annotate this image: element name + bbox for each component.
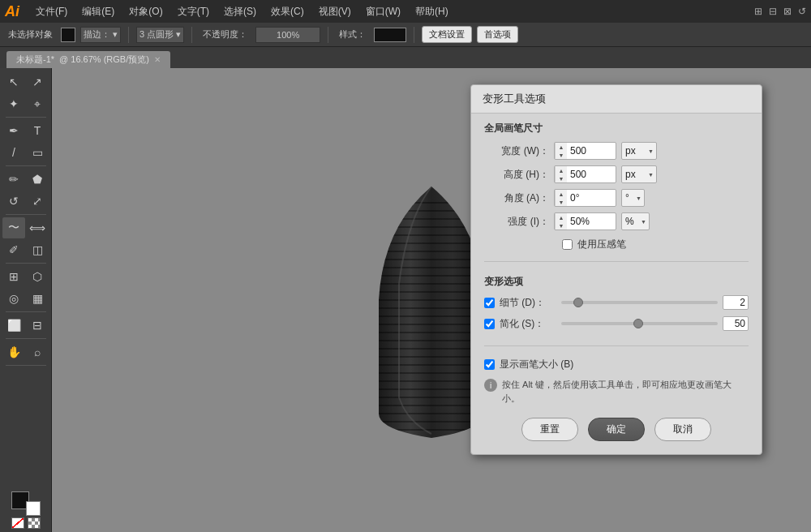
height-unit-wrap[interactable]: px pt mm (621, 165, 657, 183)
gradient-tool[interactable]: ◫ (26, 239, 49, 260)
intensity-unit-wrap[interactable]: % (621, 212, 650, 230)
mesh-tool[interactable]: ⊞ (2, 266, 25, 287)
simplify-slider-thumb[interactable] (633, 319, 643, 328)
warp-tool[interactable]: 〜 (2, 217, 25, 238)
width-input[interactable] (567, 145, 616, 157)
brush-tool[interactable]: ✏ (2, 169, 25, 190)
menu-view[interactable]: 视图(V) (312, 3, 358, 20)
detail-value-input[interactable] (723, 295, 749, 310)
reset-button[interactable]: 重置 (521, 418, 578, 441)
direct-select-tool[interactable]: ↗ (26, 71, 49, 92)
menu-select[interactable]: 选择(S) (217, 3, 263, 20)
symbol-tool[interactable]: ◎ (2, 288, 25, 309)
slice-tool[interactable]: ⊟ (26, 315, 49, 336)
lasso-tool[interactable]: ⌖ (26, 93, 49, 114)
panel-icon-4[interactable]: ↺ (798, 6, 806, 17)
dialog-sep-2 (484, 345, 749, 346)
fg-bg-swatch[interactable] (11, 491, 41, 516)
width-tool[interactable]: ⟺ (26, 217, 49, 238)
panel-icon-2[interactable]: ⊟ (769, 6, 777, 17)
menu-object[interactable]: 对象(O) (122, 3, 169, 20)
none-swatch[interactable] (11, 517, 24, 529)
intensity-unit-select[interactable]: % (621, 212, 650, 230)
scale-tool[interactable]: ⤢ (26, 191, 49, 212)
cancel-button[interactable]: 取消 (654, 418, 711, 441)
stroke-swatch[interactable] (61, 28, 75, 42)
background-swatch[interactable] (26, 501, 41, 516)
pressure-checkbox[interactable] (562, 239, 573, 250)
detail-slider-thumb[interactable] (573, 298, 583, 307)
height-up[interactable]: ▲ (556, 166, 567, 174)
angle-input-group[interactable]: ▲ ▼ (554, 189, 616, 207)
angle-unit-select[interactable]: ° (621, 189, 645, 207)
toolbar-sep-2 (191, 27, 192, 43)
angle-spin[interactable]: ▲ ▼ (555, 190, 567, 206)
global-section-label: 全局画笔尺寸 (484, 122, 749, 135)
rotate-tool[interactable]: ↺ (2, 191, 25, 212)
angle-unit-wrap[interactable]: ° (621, 189, 645, 207)
pen-tool[interactable]: ✒ (2, 120, 25, 141)
detail-checkbox[interactable] (484, 298, 495, 308)
angle-up[interactable]: ▲ (556, 190, 567, 198)
width-up[interactable]: ▲ (556, 143, 567, 151)
intensity-down[interactable]: ▼ (556, 221, 567, 230)
intensity-spin[interactable]: ▲ ▼ (555, 213, 567, 230)
ok-button[interactable]: 确定 (588, 418, 645, 441)
width-unit-wrap[interactable]: px pt mm (621, 142, 657, 160)
doc-settings-button[interactable]: 文档设置 (422, 26, 472, 43)
blend-tool[interactable]: ⬡ (26, 266, 49, 287)
line-tool[interactable]: / (2, 142, 25, 163)
magic-wand-tool[interactable]: ✦ (2, 93, 25, 114)
titlebar: Ai 文件(F) 编辑(E) 对象(O) 文字(T) 选择(S) 效果(C) 视… (0, 0, 811, 23)
preferences-button[interactable]: 首选项 (477, 26, 518, 43)
simplify-checkbox[interactable] (484, 319, 495, 329)
eyedropper-tool[interactable]: ✐ (2, 239, 25, 260)
tab-label: 未标题-1* (16, 54, 54, 66)
hand-tool[interactable]: ✋ (2, 341, 25, 363)
blob-brush-tool[interactable]: ⬟ (26, 169, 49, 190)
stroke-type-dropdown[interactable]: 描边： ▾ (80, 27, 121, 43)
height-input-group[interactable]: ▲ ▼ (554, 165, 616, 183)
rect-tool[interactable]: ▭ (26, 142, 49, 163)
opacity-input[interactable]: 100% (255, 27, 320, 43)
simplify-slider-track[interactable] (561, 322, 718, 325)
artboard-tool[interactable]: ⬜ (2, 315, 25, 336)
height-input[interactable] (567, 169, 616, 180)
chevron-down-icon: ▾ (113, 29, 118, 40)
panel-icon-1[interactable]: ⊞ (754, 6, 762, 17)
menu-edit[interactable]: 编辑(E) (75, 3, 121, 20)
brush-shape-dropdown[interactable]: 3 点圆形 ▾ (136, 27, 184, 43)
tab-close-icon[interactable]: ✕ (154, 55, 161, 64)
height-down[interactable]: ▼ (556, 174, 567, 182)
menu-file[interactable]: 文件(F) (29, 3, 74, 20)
document-tab[interactable]: 未标题-1* @ 16.67% (RGB/预览) ✕ (6, 51, 170, 68)
zoom-tool[interactable]: ⌕ (26, 341, 49, 363)
menu-type[interactable]: 文字(T) (171, 3, 216, 20)
select-tool[interactable]: ↖ (2, 71, 25, 92)
style-swatch[interactable] (374, 28, 406, 42)
detail-slider-track[interactable] (561, 301, 718, 304)
checker-swatch[interactable] (28, 517, 41, 529)
width-spin[interactable]: ▲ ▼ (555, 143, 567, 159)
menu-effect[interactable]: 效果(C) (264, 3, 311, 20)
intensity-label: 强度 (I)： (484, 215, 549, 229)
width-unit-select[interactable]: px pt mm (621, 142, 657, 160)
menu-window[interactable]: 窗口(W) (359, 3, 407, 20)
intensity-input[interactable] (567, 216, 616, 227)
tool-row-5: ✏ ⬟ (2, 169, 49, 190)
angle-down[interactable]: ▼ (556, 198, 567, 206)
simplify-value-input[interactable] (723, 316, 749, 331)
width-input-group[interactable]: ▲ ▼ (554, 142, 616, 160)
column-chart-tool[interactable]: ▦ (26, 288, 49, 309)
type-tool[interactable]: T (26, 120, 49, 141)
height-unit-select[interactable]: px pt mm (621, 165, 657, 183)
intensity-up[interactable]: ▲ (556, 213, 567, 221)
menu-help[interactable]: 帮助(H) (409, 3, 455, 20)
panel-icon-3[interactable]: ⊠ (783, 6, 792, 17)
dialog[interactable]: 变形工具选项 全局画笔尺寸 宽度 (W)： ▲ ▼ (470, 84, 762, 455)
angle-input[interactable] (567, 192, 616, 204)
height-spin[interactable]: ▲ ▼ (555, 166, 567, 182)
width-down[interactable]: ▼ (556, 151, 567, 159)
intensity-input-group[interactable]: ▲ ▼ (554, 212, 616, 230)
show-brush-checkbox[interactable] (484, 359, 495, 370)
